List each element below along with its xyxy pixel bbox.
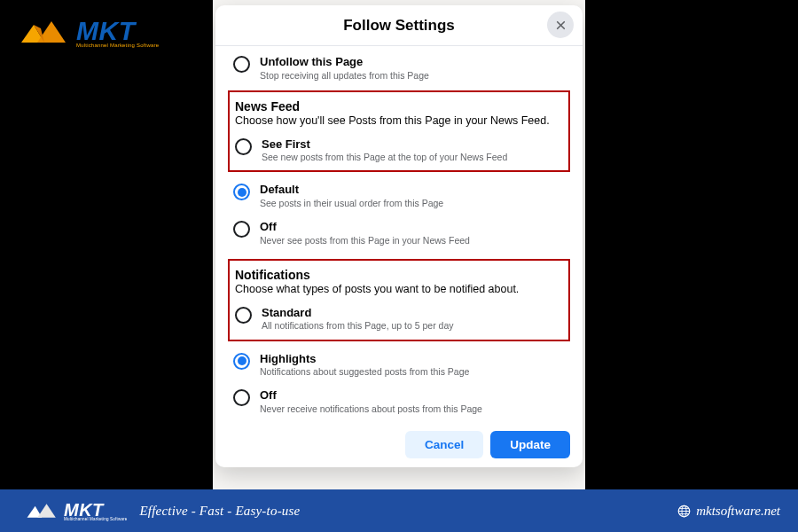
- option-sub: See posts in their usual order from this…: [260, 198, 443, 209]
- option-sub: See new posts from this Page at the top …: [262, 152, 507, 163]
- news-feed-highlight: News Feed Choose how you'll see Posts fr…: [228, 90, 570, 173]
- logo-icon: [25, 501, 60, 520]
- radio-icon: [233, 389, 250, 406]
- logo-icon: [18, 18, 73, 46]
- footer-logo-sub: Multichannel Marketing Software: [64, 517, 127, 521]
- update-button[interactable]: Update: [490, 431, 570, 458]
- notifications-option-off[interactable]: Off Never receive notifications about po…: [230, 383, 568, 420]
- radio-icon: [235, 138, 252, 155]
- option-label: Standard: [262, 306, 454, 320]
- modal-title: Follow Settings: [343, 17, 455, 35]
- news-feed-desc: Choose how you'll see Posts from this Pa…: [231, 113, 567, 132]
- logo-text: MKT: [76, 16, 159, 46]
- unfollow-option[interactable]: Unfollow this Page Stop receiving all up…: [230, 50, 568, 87]
- logo-subtitle: Multichannel Marketing Software: [76, 43, 159, 48]
- modal-header: Follow Settings: [215, 5, 583, 46]
- option-label: Highlights: [260, 352, 469, 366]
- footer-bar: MKT Multichannel Marketing Software Effe…: [0, 489, 798, 532]
- notifications-remaining: Highlights Notifications about suggested…: [215, 345, 583, 422]
- option-sub: Notifications about suggested posts from…: [260, 366, 469, 378]
- news-feed-remaining: Default See posts in their usual order f…: [215, 176, 583, 253]
- notifications-option-highlights[interactable]: Highlights Notifications about suggested…: [230, 347, 568, 384]
- radio-icon: [235, 307, 252, 324]
- modal-backdrop: Follow Settings Unfollow this Page Stop …: [213, 0, 585, 489]
- footer-site-text: mktsoftware.net: [696, 504, 780, 519]
- option-label: Default: [260, 183, 443, 197]
- radio-icon: [233, 221, 250, 238]
- footer-site-link[interactable]: mktsoftware.net: [677, 504, 780, 519]
- unfollow-section: Unfollow this Page Stop receiving all up…: [215, 46, 583, 89]
- news-feed-title: News Feed: [231, 96, 567, 113]
- unfollow-label: Unfollow this Page: [260, 55, 429, 69]
- option-sub: Never receive notifications about posts …: [260, 403, 482, 415]
- notifications-option-standard[interactable]: Standard All notifications from this Pag…: [231, 301, 567, 338]
- option-label: See First: [262, 137, 507, 152]
- news-feed-option-see-first[interactable]: See First See new posts from this Page a…: [231, 132, 567, 169]
- brand-logo-top: MKT Multichannel Marketing Software: [18, 16, 159, 48]
- close-icon: [555, 20, 567, 31]
- news-feed-option-default[interactable]: Default See posts in their usual order f…: [230, 177, 568, 215]
- option-label: Off: [260, 388, 482, 403]
- option-sub: Never see posts from this Page in your N…: [260, 235, 470, 246]
- footer-tagline: Effective - Fast - Easy-to-use: [139, 504, 300, 519]
- radio-icon: [233, 184, 250, 200]
- notifications-title: Notifications: [231, 264, 567, 282]
- follow-settings-modal: Follow Settings Unfollow this Page Stop …: [215, 5, 583, 467]
- cancel-button[interactable]: Cancel: [405, 431, 483, 458]
- option-label: Off: [260, 220, 470, 234]
- option-sub: All notifications from this Page, up to …: [262, 320, 454, 332]
- unfollow-sub: Stop receiving all updates from this Pag…: [260, 70, 429, 82]
- radio-icon: [233, 353, 250, 370]
- footer-logo: MKT Multichannel Marketing Software: [25, 500, 127, 521]
- notifications-desc: Choose what types of posts you want to b…: [231, 282, 567, 301]
- radio-icon: [233, 56, 250, 73]
- notifications-highlight: Notifications Choose what types of posts…: [228, 259, 570, 341]
- close-button[interactable]: [547, 12, 574, 38]
- globe-icon: [677, 505, 691, 518]
- news-feed-option-off[interactable]: Off Never see posts from this Page in yo…: [230, 215, 568, 252]
- modal-footer: Cancel Update: [215, 422, 583, 460]
